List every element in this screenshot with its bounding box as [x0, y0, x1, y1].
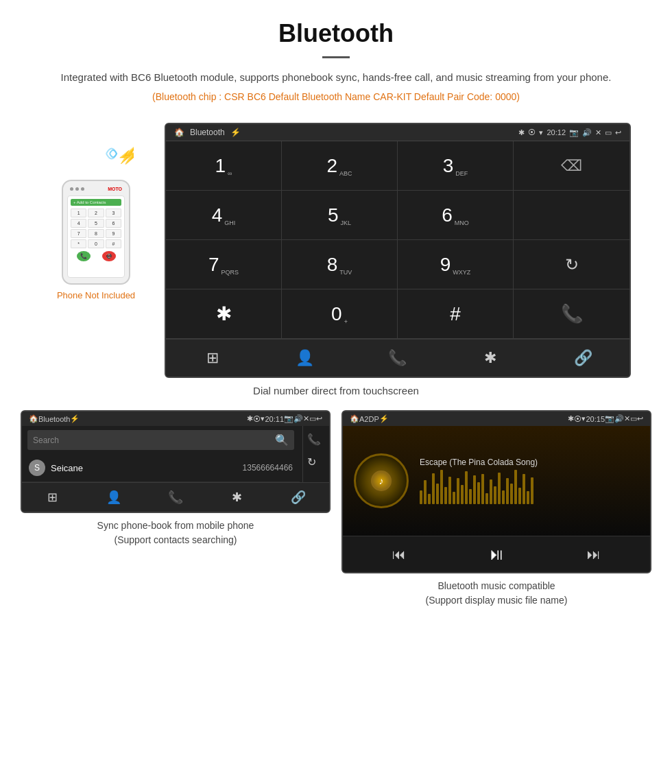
- phonebook-caption: Sync phone-book from mobile phone (Suppo…: [97, 519, 254, 547]
- dial-nav-bluetooth[interactable]: ✱: [444, 340, 537, 377]
- visualizer-bar: [436, 484, 439, 504]
- pb-bt-icon: ✱: [247, 414, 253, 423]
- pb-nav-link[interactable]: 🔗: [267, 483, 329, 512]
- visualizer-bar: [424, 480, 427, 504]
- visualizer-bar: [506, 478, 509, 504]
- dial-caption: Dial number direct from touchscreen: [0, 385, 672, 396]
- pb-home-icon: 🏠: [29, 414, 38, 423]
- dial-cell-empty-1: [514, 191, 629, 240]
- dial-key-hash[interactable]: #: [398, 289, 514, 339]
- bt-label: Bluetooth: [190, 128, 225, 137]
- dial-key-1[interactable]: 1∞: [166, 141, 282, 191]
- music-caption: Bluetooth music compatible (Support disp…: [426, 579, 568, 608]
- dial-key-0[interactable]: 0+: [282, 289, 398, 339]
- location-icon: ⦿: [528, 128, 536, 136]
- dial-key-8[interactable]: 8TUV: [282, 240, 398, 289]
- dial-nav-phone[interactable]: 📞: [351, 340, 444, 377]
- dial-grid: 1∞ 2ABC 3DEF ⌫ 4GHI 5JKL 6MNO 7PQRS 8TUV…: [166, 141, 629, 339]
- music-song-title: Escape (The Pina Colada Song): [420, 458, 639, 467]
- music-usb: ⚡: [379, 414, 389, 423]
- page-title: Bluetooth: [41, 19, 631, 48]
- music-controls: ⏮ ⏯ ⏭: [343, 536, 650, 572]
- visualizer-bar: [473, 475, 476, 504]
- dial-screen: 🏠 Bluetooth ⚡ ✱ ⦿ ▾ 20:12 📷 🔊 ✕ ▭ ↩: [165, 123, 631, 378]
- dial-key-4[interactable]: 4GHI: [166, 191, 282, 240]
- dial-nav-link[interactable]: 🔗: [537, 340, 629, 377]
- music-time: 20:15: [586, 415, 605, 423]
- visualizer-bar: [444, 487, 447, 504]
- pb-loc: ⦿: [253, 415, 261, 423]
- status-right: ✱ ⦿ ▾ 20:12 📷 🔊 ✕ ▭ ↩: [518, 128, 621, 137]
- music-title: A2DP: [359, 415, 379, 423]
- music-win: ▭: [630, 414, 637, 423]
- dial-key-6[interactable]: 6MNO: [398, 191, 514, 240]
- dial-nav-contacts[interactable]: 👤: [259, 340, 351, 377]
- music-next-button[interactable]: ⏭: [587, 547, 601, 562]
- visualizer-bar: [481, 474, 484, 504]
- visualizer-bar: [457, 478, 459, 504]
- search-placeholder: Search: [33, 436, 59, 445]
- music-cam: 📷: [605, 414, 614, 423]
- dial-key-3[interactable]: 3DEF: [398, 141, 514, 191]
- dial-key-refresh[interactable]: ↻: [514, 240, 629, 289]
- contact-phone: 13566664466: [243, 463, 293, 473]
- phonebook-search[interactable]: Search 🔍: [27, 430, 294, 450]
- pb-nav-phone[interactable]: 📞: [145, 483, 206, 512]
- visualizer-bar: [490, 479, 492, 504]
- visualizer-bar: [448, 477, 451, 504]
- pb-cam: 📷: [284, 414, 293, 423]
- pb-refresh-icon[interactable]: ↻: [303, 453, 325, 471]
- back-icon[interactable]: ↩: [615, 128, 621, 137]
- dial-key-2[interactable]: 2ABC: [282, 141, 398, 191]
- time-display: 20:12: [547, 128, 566, 136]
- camera-icon: 📷: [569, 128, 579, 137]
- music-screenshot-box: 🏠 A2DP ⚡ ✱ ⦿ ▾ 20:15 📷 🔊 ✕ ▭ ↩ ♪: [341, 410, 651, 608]
- music-prev-button[interactable]: ⏮: [392, 547, 406, 562]
- pb-nav-contacts[interactable]: 👤: [84, 483, 145, 512]
- home-icon: 🏠: [174, 128, 184, 137]
- dial-key-5[interactable]: 5JKL: [282, 191, 398, 240]
- dial-key-9[interactable]: 9WXYZ: [398, 240, 514, 289]
- contact-row[interactable]: S Seicane 13566664466: [22, 454, 300, 482]
- music-body: ♪ Escape (The Pina Colada Song): [343, 426, 650, 536]
- pb-nav-bar: ⊞ 👤 📞 ✱ 🔗: [22, 482, 329, 512]
- phone-not-included-label: Phone Not Included: [57, 290, 135, 300]
- dial-status-bar: 🏠 Bluetooth ⚡ ✱ ⦿ ▾ 20:12 📷 🔊 ✕ ▭ ↩: [166, 124, 629, 141]
- visualizer-bar: [461, 485, 464, 504]
- dial-key-star[interactable]: ✱: [166, 289, 282, 339]
- music-vinyl: ♪: [354, 453, 409, 508]
- music-play-button[interactable]: ⏯: [488, 545, 505, 564]
- music-bt-icon: ✱: [568, 414, 574, 423]
- dial-nav-keypad[interactable]: ⊞: [166, 340, 259, 377]
- header-description: Integrated with BC6 Bluetooth module, su…: [41, 69, 631, 86]
- music-back[interactable]: ↩: [637, 414, 643, 423]
- bottom-screenshots: 🏠 Bluetooth ⚡ ✱ ⦿ ▾ 20:11 📷 🔊 ✕ ▭ ↩ Sear…: [0, 410, 672, 608]
- pb-nav-keypad[interactable]: ⊞: [22, 483, 84, 512]
- contact-name: Seicane: [51, 463, 237, 473]
- header-specs: (Bluetooth chip : CSR BC6 Default Blueto…: [41, 91, 631, 102]
- visualizer-bar: [518, 488, 521, 504]
- middle-section: ⚡ ⚡ MOTO + Add to Contacts: [0, 123, 672, 378]
- dial-key-7[interactable]: 7PQRS: [166, 240, 282, 289]
- visualizer-bar: [531, 477, 533, 504]
- music-info: Escape (The Pina Colada Song): [420, 458, 639, 504]
- pb-right-icons: 📞 ↻: [302, 426, 329, 482]
- bt-icon-status: ✱: [518, 128, 525, 137]
- pb-time: 20:11: [265, 415, 284, 423]
- dial-nav-bar: ⊞ 👤 📞 ✱ 🔗: [166, 339, 629, 377]
- visualizer-bar: [498, 473, 501, 504]
- header-divider: [322, 56, 350, 58]
- visualizer-bar: [527, 491, 529, 504]
- window-icon: ▭: [605, 128, 612, 137]
- pb-call-icon[interactable]: 📞: [303, 430, 325, 449]
- pb-back[interactable]: ↩: [316, 414, 322, 423]
- visualizer-bar: [485, 493, 488, 504]
- pb-vol: 🔊: [293, 414, 303, 423]
- pb-nav-bt[interactable]: ✱: [206, 483, 268, 512]
- dial-key-backspace[interactable]: ⌫: [514, 141, 629, 191]
- page-header: Bluetooth Integrated with BC6 Bluetooth …: [0, 0, 672, 123]
- dial-key-call[interactable]: 📞: [514, 289, 629, 339]
- pb-x: ✕: [303, 414, 309, 423]
- dial-screen-wrap: 🏠 Bluetooth ⚡ ✱ ⦿ ▾ 20:12 📷 🔊 ✕ ▭ ↩: [165, 123, 631, 378]
- visualizer-bar: [523, 474, 525, 504]
